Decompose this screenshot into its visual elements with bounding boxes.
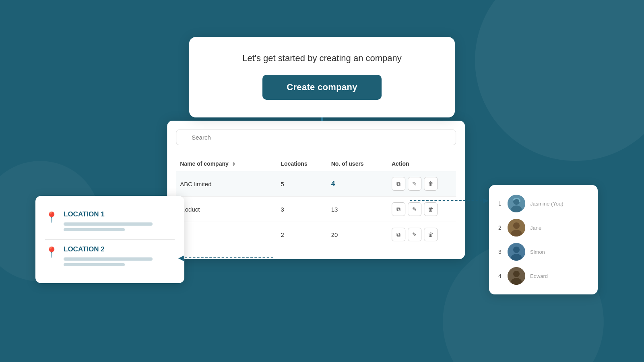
- user-row-3: 3 Simon: [497, 240, 590, 264]
- location-pin-icon-2: 📍: [45, 246, 58, 259]
- col-header-locations: Locations: [281, 160, 331, 167]
- user-number-2: 2: [497, 224, 503, 231]
- edit-button[interactable]: ✎: [408, 177, 421, 191]
- arrow-head-right-icon: ▶: [483, 196, 489, 205]
- user-number-3: 3: [497, 249, 503, 255]
- location-card: 📍 LOCATION 1 📍 LOCATION 2: [35, 196, 184, 283]
- user-avatar-3: [508, 243, 525, 261]
- bg-decoration-1: [475, 0, 644, 161]
- dashed-arrow-right: ▶: [410, 196, 489, 205]
- action-buttons: ⧉ ✎ 🗑: [392, 177, 452, 191]
- search-wrapper: 🔍: [176, 130, 456, 152]
- dashed-line: [185, 257, 273, 258]
- cell-no-of-users: 13: [331, 206, 392, 213]
- user-avatar-1: [508, 195, 525, 212]
- user-number-1: 1: [497, 200, 503, 207]
- user-row-2: 2 Jane: [497, 216, 590, 240]
- col-header-action: Action: [392, 160, 452, 167]
- col-header-company-name: Name of company ⇕: [180, 160, 281, 167]
- user-number-4: 4: [497, 273, 503, 279]
- cell-locations: 3: [281, 206, 331, 213]
- cell-locations: 5: [281, 181, 331, 187]
- cell-locations: 2: [281, 231, 331, 238]
- cell-no-of-users: 20: [331, 231, 392, 238]
- svg-point-4: [513, 222, 520, 229]
- table-panel: 🔍 Name of company ⇕ Locations No. of use…: [167, 121, 465, 259]
- copy-button[interactable]: ⧉: [392, 177, 405, 191]
- cell-company-name: ABC limited: [180, 181, 281, 187]
- edit-button[interactable]: ✎: [408, 228, 421, 241]
- table-header: Name of company ⇕ Locations No. of users…: [176, 158, 456, 171]
- user-row-4: 4 Edward: [497, 264, 590, 288]
- table-row: 2 20 ⧉ ✎ 🗑: [176, 222, 456, 247]
- create-company-button[interactable]: Create company: [262, 75, 381, 100]
- svg-point-10: [513, 271, 520, 277]
- col-header-no-of-users: No. of users: [331, 160, 392, 167]
- copy-button[interactable]: ⧉: [392, 202, 405, 216]
- sort-icon: ⇕: [232, 162, 235, 167]
- arrow-head-left-icon: ◀: [178, 253, 184, 262]
- table-row: ABC limited 5 4 ⧉ ✎ 🗑: [176, 171, 456, 197]
- dashed-arrow-left: ◀: [178, 253, 273, 262]
- user-avatar-2: [508, 219, 525, 237]
- user-row-1: 1 Jasmine (You): [497, 191, 590, 216]
- location-line-long-2: [64, 257, 153, 261]
- location-content-2: LOCATION 2: [64, 245, 175, 269]
- svg-point-7: [513, 247, 520, 253]
- user-name-text-3: Simon: [530, 249, 590, 255]
- main-card-subtitle: Let's get started by creating an company: [209, 53, 435, 64]
- location-title-1: LOCATION 1: [64, 210, 175, 218]
- delete-button[interactable]: 🗑: [424, 177, 438, 191]
- location-line-short-2: [64, 263, 125, 266]
- location-line-long-1: [64, 222, 153, 226]
- main-card: Let's get started by creating an company…: [189, 37, 455, 117]
- copy-button[interactable]: ⧉: [392, 228, 405, 241]
- search-input[interactable]: [176, 130, 456, 145]
- location-title-2: LOCATION 2: [64, 245, 175, 253]
- location-line-short-1: [64, 228, 125, 231]
- user-name-text-4: Edward: [530, 273, 590, 279]
- user-avatar-4: [508, 267, 525, 285]
- users-card: 1 Jasmine (You) 2 Jane 3: [489, 185, 598, 294]
- location-content-1: LOCATION 1: [64, 210, 175, 234]
- dashed-line: [410, 200, 482, 201]
- delete-button[interactable]: 🗑: [424, 228, 438, 241]
- cell-company-name: ...oduct: [180, 206, 281, 213]
- location-pin-icon: 📍: [45, 211, 58, 224]
- user-name-text-2: Jane: [530, 225, 590, 231]
- location-item-1: 📍 LOCATION 1: [45, 205, 175, 239]
- user-name-text-1: Jasmine (You): [530, 201, 590, 207]
- action-buttons: ⧉ ✎ 🗑: [392, 228, 452, 241]
- location-item-2: 📍 LOCATION 2: [45, 239, 175, 274]
- cell-no-of-users: 4: [331, 180, 392, 188]
